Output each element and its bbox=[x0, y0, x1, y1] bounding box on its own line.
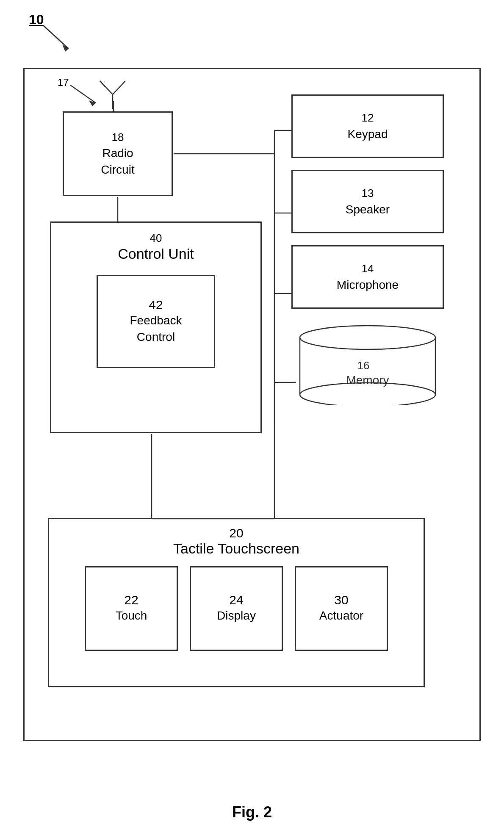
speaker-number: 13 bbox=[362, 185, 374, 201]
display-box: 24 Display bbox=[190, 566, 283, 651]
touch-number: 22 bbox=[124, 593, 138, 607]
tactile-touchscreen-box: 20 Tactile Touchscreen 22 Touch 24 Displ… bbox=[48, 518, 425, 687]
speaker-box: 13 Speaker bbox=[291, 170, 444, 233]
control-unit-number: 40 bbox=[150, 230, 162, 246]
tactile-label: Tactile Touchscreen bbox=[173, 540, 299, 557]
svg-marker-15 bbox=[89, 100, 96, 106]
radio-number: 18 bbox=[112, 130, 124, 145]
svg-line-0 bbox=[43, 25, 69, 49]
touch-box: 22 Touch bbox=[85, 566, 178, 651]
memory-box: 16 Memory bbox=[291, 321, 444, 405]
antenna-icon bbox=[96, 77, 130, 111]
keypad-box: 12 Keypad bbox=[291, 94, 444, 158]
right-column: 12 Keypad 13 Speaker 14 Microphone 16 bbox=[291, 94, 444, 405]
arrow-10-icon bbox=[30, 21, 81, 55]
actuator-box: 30 Actuator bbox=[295, 566, 388, 651]
microphone-box: 14 Microphone bbox=[291, 245, 444, 309]
keypad-number: 12 bbox=[362, 110, 374, 125]
radio-circuit-box: 18 RadioCircuit bbox=[63, 111, 173, 196]
tactile-inner-row: 22 Touch 24 Display 30 Actuator bbox=[85, 566, 388, 651]
memory-cylinder-icon: 16 Memory bbox=[291, 321, 444, 405]
tactile-number: 20 bbox=[229, 526, 243, 540]
control-unit-box: 40 Control Unit 42 FeedbackControl bbox=[50, 221, 262, 433]
control-unit-label: Control Unit bbox=[118, 246, 194, 262]
display-label: Display bbox=[217, 607, 256, 624]
svg-line-18 bbox=[113, 81, 125, 94]
microphone-label: Microphone bbox=[337, 277, 399, 293]
speaker-label: Speaker bbox=[346, 201, 390, 218]
svg-line-14 bbox=[70, 85, 96, 103]
svg-point-22 bbox=[300, 326, 435, 349]
display-number: 24 bbox=[229, 593, 243, 607]
feedback-number: 42 bbox=[149, 298, 163, 312]
keypad-label: Keypad bbox=[348, 126, 388, 142]
svg-text:Memory: Memory bbox=[346, 374, 389, 387]
feedback-label: FeedbackControl bbox=[130, 312, 182, 345]
actuator-number: 30 bbox=[334, 593, 348, 607]
touch-label: Touch bbox=[116, 607, 147, 624]
main-diagram-box: 17 18 RadioCircuit 40 Control Unit 42 Fe… bbox=[23, 68, 481, 741]
microphone-number: 14 bbox=[362, 261, 374, 276]
svg-text:16: 16 bbox=[357, 359, 370, 372]
actuator-label: Actuator bbox=[319, 607, 363, 624]
radio-label: RadioCircuit bbox=[101, 145, 134, 178]
feedback-control-box: 42 FeedbackControl bbox=[97, 275, 215, 368]
figure-caption: Fig. 2 bbox=[0, 803, 504, 821]
svg-line-19 bbox=[100, 81, 105, 87]
